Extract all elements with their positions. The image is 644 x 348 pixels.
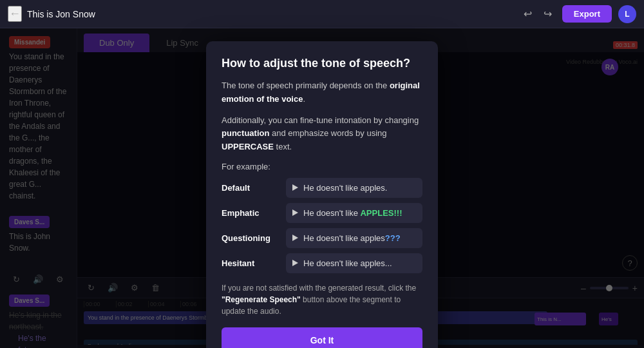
regenerate-speech-label: "Regenerate Speech" <box>222 295 301 304</box>
example-row-emphatic: Emphatic He doesn't like APPLES!!! <box>222 203 422 223</box>
undo-button[interactable]: ↩ <box>520 5 536 23</box>
back-button[interactable]: ← <box>8 6 22 22</box>
example-pill-emphatic[interactable]: He doesn't like APPLES!!! <box>286 203 422 223</box>
topbar: ← This is Jon Snow ↩ ↪ Export L <box>0 0 644 28</box>
modal-title: How to adjust the tone of speech? <box>222 57 422 70</box>
example-label-default: Default <box>222 183 278 193</box>
questioning-highlight: ??? <box>385 233 401 243</box>
emphatic-highlight: APPLES!!! <box>360 208 402 218</box>
example-text-hesitant: He doesn't like apples... <box>303 258 392 268</box>
undo-redo-group: ↩ ↪ <box>520 5 556 23</box>
example-pill-questioning[interactable]: He doesn't like apples??? <box>286 228 422 248</box>
topbar-left: ← This is Jon Snow <box>8 6 95 22</box>
example-row-hesitant: Hesitant He doesn't like apples... <box>222 253 422 273</box>
modal: How to adjust the tone of speech? The to… <box>206 41 438 348</box>
topbar-right: ↩ ↪ Export L <box>520 5 636 23</box>
modal-additional: Additionally, you can fine-tune intonati… <box>222 114 422 154</box>
modal-punct-bold: punctuation <box>222 128 269 138</box>
example-row-questioning: Questioning He doesn't like apples??? <box>222 228 422 248</box>
example-text-questioning: He doesn't like apples??? <box>303 233 401 243</box>
example-label-emphatic: Emphatic <box>222 208 278 218</box>
play-icon-hesitant[interactable] <box>292 260 298 266</box>
example-pill-default[interactable]: He doesn't like apples. <box>286 178 422 198</box>
play-icon-emphatic[interactable] <box>292 209 298 216</box>
for-example-label: For example: <box>222 162 422 171</box>
main-layout: Missandei You stand in the presence of D… <box>0 28 644 348</box>
modal-intro: The tone of speech primarily depends on … <box>222 79 422 106</box>
play-icon-default[interactable] <box>292 184 298 191</box>
play-icon-questioning[interactable] <box>292 235 298 241</box>
modal-footer-text: If you are not satisfied with the genera… <box>222 282 422 317</box>
example-pill-hesitant[interactable]: He doesn't like apples... <box>286 253 422 273</box>
example-rows: Default He doesn't like apples. Emphatic… <box>222 178 422 273</box>
example-row-default: Default He doesn't like apples. <box>222 178 422 198</box>
example-label-hesitant: Hesitant <box>222 258 278 268</box>
example-label-questioning: Questioning <box>222 233 278 243</box>
export-button[interactable]: Export <box>562 5 612 23</box>
project-title: This is Jon Snow <box>27 9 95 19</box>
got-it-button[interactable]: Got It <box>222 327 422 348</box>
example-text-emphatic: He doesn't like APPLES!!! <box>303 208 402 218</box>
example-text-default: He doesn't like apples. <box>303 183 387 193</box>
modal-uppercase-bold: UPPERCASE <box>222 142 274 151</box>
redo-button[interactable]: ↪ <box>540 5 556 23</box>
avatar: L <box>618 5 636 23</box>
